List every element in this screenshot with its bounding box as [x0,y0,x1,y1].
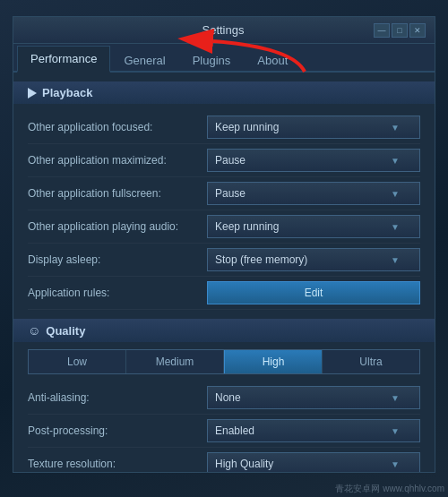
label-maximized: Other application maximized: [28,154,207,167]
setting-row-antialiasing: Anti-aliasing: None ▼ [28,381,420,415]
setting-row-fullscreen: Other application fullscreen: Pause ▼ [28,177,420,210]
control-display: Stop (free memory) ▼ [207,248,420,271]
control-fullscreen: Pause ▼ [207,182,420,205]
quality-option-high[interactable]: High [224,350,323,373]
dropdown-postprocessing[interactable]: Enabled ▼ [207,419,420,442]
close-button[interactable]: ✕ [409,23,426,38]
setting-row-app-rules: Application rules: Edit [28,277,420,310]
dropdown-postprocessing-arrow: ▼ [391,426,400,436]
dropdown-maximized-value: Pause [215,154,246,167]
quality-section-title: Quality [46,324,85,338]
label-audio: Other application playing audio: [28,220,207,233]
dropdown-fullscreen-arrow: ▼ [391,189,400,199]
dropdown-texture[interactable]: High Quality ▼ [207,452,420,472]
control-texture: High Quality ▼ [207,452,420,472]
minimize-button[interactable]: — [374,23,390,38]
settings-window: Settings — □ ✕ Performance General Plugi… [13,16,435,473]
window-title: Settings [73,23,374,37]
control-antialiasing: None ▼ [207,386,420,409]
dropdown-audio[interactable]: Keep running ▼ [207,215,420,238]
dropdown-focused-arrow: ▼ [391,123,400,133]
tab-about[interactable]: About [244,47,301,73]
control-audio: Keep running ▼ [207,215,420,238]
dropdown-audio-arrow: ▼ [391,222,400,232]
control-focused: Keep running ▼ [207,116,420,139]
setting-row-audio: Other application playing audio: Keep ru… [28,210,420,244]
tabbar: Performance General Plugins About [13,44,435,73]
edit-button[interactable]: Edit [207,281,420,304]
tab-general[interactable]: General [110,47,178,73]
setting-row-texture: Texture resolution: High Quality ▼ [28,448,420,472]
setting-row-focused: Other application focused: Keep running … [28,111,420,144]
label-antialiasing: Anti-aliasing: [28,391,207,404]
playback-section-title: Playback [42,86,92,99]
label-texture: Texture resolution: [28,458,207,470]
window-controls: — □ ✕ [374,23,426,38]
playback-section-header: Playback [13,81,435,104]
label-fullscreen: Other application fullscreen: [28,187,207,200]
maximize-button[interactable]: □ [392,23,408,38]
dropdown-antialiasing-arrow: ▼ [391,393,400,403]
dropdown-fullscreen[interactable]: Pause ▼ [207,182,420,205]
control-app-rules: Edit [207,281,420,304]
dropdown-display-value: Stop (free memory) [215,253,307,266]
dropdown-maximized[interactable]: Pause ▼ [207,149,420,172]
play-icon [28,88,37,99]
quality-option-medium[interactable]: Medium [126,350,224,373]
quality-icon: ☺ [28,323,40,338]
tab-plugins[interactable]: Plugins [179,47,245,73]
quality-bar: Low Medium High Ultra [28,349,420,374]
dropdown-texture-arrow: ▼ [391,459,400,469]
quality-section-header: ☺ Quality [13,319,435,342]
control-postprocessing: Enabled ▼ [207,419,420,442]
settings-content: Playback Other application focused: Keep… [13,73,435,472]
dropdown-display[interactable]: Stop (free memory) ▼ [207,248,420,271]
quality-option-ultra[interactable]: Ultra [323,350,419,373]
tab-performance[interactable]: Performance [17,46,110,73]
setting-row-postprocessing: Post-processing: Enabled ▼ [28,415,420,448]
dropdown-focused-value: Keep running [215,121,279,133]
label-display: Display asleep: [28,253,207,266]
label-focused: Other application focused: [28,121,207,133]
titlebar: Settings — □ ✕ [13,17,435,44]
dropdown-fullscreen-value: Pause [215,187,246,200]
dropdown-display-arrow: ▼ [391,255,400,265]
dropdown-postprocessing-value: Enabled [215,424,254,437]
control-maximized: Pause ▼ [207,149,420,172]
quality-option-low[interactable]: Low [29,350,126,373]
dropdown-focused[interactable]: Keep running ▼ [207,116,420,139]
setting-row-maximized: Other application maximized: Pause ▼ [28,144,420,177]
dropdown-antialiasing[interactable]: None ▼ [207,386,420,409]
label-app-rules: Application rules: [28,287,207,299]
dropdown-maximized-arrow: ▼ [391,156,400,166]
dropdown-texture-value: High Quality [215,458,273,470]
dropdown-audio-value: Keep running [215,220,279,233]
setting-row-display: Display asleep: Stop (free memory) ▼ [28,244,420,277]
dropdown-antialiasing-value: None [215,391,241,404]
label-postprocessing: Post-processing: [28,424,207,437]
watermark: 青花安卓网 www.qhhlv.com [335,483,444,495]
